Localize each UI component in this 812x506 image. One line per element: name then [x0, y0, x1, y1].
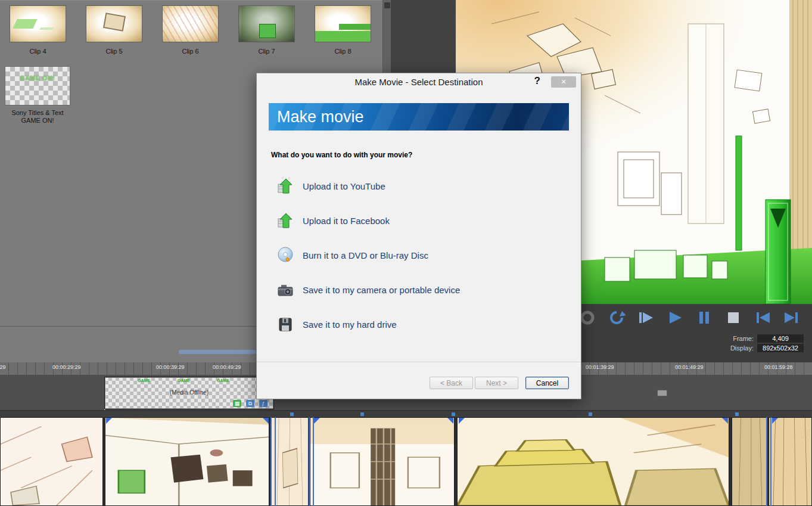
ruler-label: 00:01:49:29 — [675, 364, 704, 370]
play-from-start-icon — [637, 310, 654, 325]
ruler-label: 00:00:49:29 — [213, 364, 241, 370]
keyframe-strip — [0, 410, 812, 417]
back-button[interactable]: < Back — [430, 377, 473, 389]
edit-cursor-line[interactable] — [313, 417, 314, 506]
clip-art — [272, 418, 308, 505]
fade-handle[interactable] — [314, 418, 320, 424]
option-burn-dvd[interactable]: Burn it to a DVD or Blu-ray Disc — [257, 238, 581, 272]
fade-handle[interactable] — [263, 418, 269, 424]
go-to-start-button[interactable] — [752, 309, 773, 327]
dialog-titlebar[interactable]: Make Movie - Select Destination ? ✕ — [257, 73, 581, 91]
keyframe-tick[interactable] — [735, 412, 739, 416]
cancel-button[interactable]: Cancel — [525, 377, 569, 389]
next-button[interactable]: Next > — [475, 377, 518, 389]
go-to-start-icon — [754, 310, 771, 325]
keyframe-tick[interactable] — [452, 412, 455, 416]
record-icon — [580, 310, 595, 325]
ruler-label: 00:00:29:29 — [52, 364, 81, 370]
option-label: Save it to my hard drive — [303, 319, 397, 330]
camera-icon — [276, 281, 294, 299]
generated-media-icon[interactable]: ▦ — [233, 400, 241, 407]
clip-thumbnail[interactable] — [315, 5, 371, 42]
option-label: Upload it to Facebook — [303, 216, 390, 226]
clip-art — [105, 418, 269, 505]
ruler-label: 00:01:39:29 — [586, 364, 614, 370]
offline-title-clip[interactable]: GAME GAME GAME (Media Offline) ▦ ⧉ ƒ — [104, 377, 274, 409]
panel-grip-icon — [384, 2, 390, 8]
dialog-button-row: < Back Next > Cancel — [430, 377, 569, 389]
generated-media-label: Sony Titles & Text GAME ON! — [1, 109, 74, 125]
clip-label: Clip 8 — [314, 48, 372, 55]
timeline-video-clip[interactable] — [105, 417, 269, 506]
fade-handle[interactable] — [722, 418, 728, 424]
generated-media-thumb-text: GAME ON! — [5, 75, 70, 82]
banner-title: Make movie — [269, 103, 569, 131]
clip-text-preview: GAME — [178, 378, 190, 383]
edit-cursor-line[interactable] — [770, 417, 771, 506]
keyframe-tick[interactable] — [589, 412, 592, 416]
timeline-marker-icon[interactable] — [657, 390, 667, 396]
option-upload-youtube[interactable]: Upload it to YouTube — [257, 169, 581, 203]
fade-handle[interactable] — [106, 418, 112, 424]
timeline-video-clip[interactable] — [0, 417, 103, 506]
make-movie-dialog: Make Movie - Select Destination ? ✕ Make… — [256, 73, 581, 399]
timeline-video-clip[interactable] — [769, 417, 812, 506]
edit-cursor-line[interactable] — [270, 417, 272, 506]
hard-drive-icon — [276, 315, 294, 333]
display-label: Display: — [730, 344, 754, 352]
generated-media-thumbnail[interactable]: GAME ON! — [5, 66, 70, 105]
play-icon — [667, 310, 683, 325]
clip-art — [769, 418, 811, 505]
stop-button[interactable] — [723, 309, 744, 327]
clip-text-preview: GAME — [217, 378, 229, 383]
media-offline-text: (Media Offline) — [105, 389, 273, 396]
fade-handle[interactable] — [772, 418, 778, 424]
keyframe-tick[interactable] — [360, 412, 364, 416]
dialog-separator — [257, 362, 581, 363]
option-label: Save it to my camera or portable device — [303, 285, 460, 295]
go-to-end-icon — [783, 310, 800, 325]
clip-thumbnail[interactable] — [86, 5, 142, 42]
frame-info: Frame: 4,409 — [733, 334, 804, 343]
timeline-video-clip[interactable] — [457, 417, 729, 506]
video-editor-app: Clip 4 Clip 5 Clip 6 Clip 7 Clip 8 GAME … — [0, 0, 812, 506]
stop-icon — [727, 310, 740, 325]
timeline-video-clip[interactable] — [310, 417, 455, 506]
clip-thumbnail[interactable] — [10, 5, 66, 42]
loop-playback-button[interactable] — [606, 309, 627, 327]
option-upload-facebook[interactable]: Upload it to Facebook — [257, 203, 581, 238]
clip-thumbnail[interactable] — [238, 5, 295, 42]
upload-arrow-icon — [276, 212, 294, 229]
crop-icon[interactable]: ⧉ — [246, 400, 254, 407]
timeline-horizontal-scrollbar[interactable] — [179, 350, 256, 354]
display-info: Display: 892x502x32 — [730, 344, 804, 352]
play-button[interactable] — [664, 309, 686, 327]
edit-cursor-line[interactable] — [309, 417, 310, 506]
clip-label: Clip 6 — [161, 48, 219, 55]
edit-cursor-line[interactable] — [275, 417, 276, 506]
clip-thumbnail[interactable] — [162, 5, 219, 42]
clip-art — [458, 418, 729, 505]
go-to-end-button[interactable] — [781, 309, 802, 327]
timeline-video-clip[interactable] — [732, 417, 767, 506]
timeline-video-clip[interactable] — [271, 417, 309, 506]
play-from-start-button[interactable] — [635, 309, 657, 327]
dialog-banner: Make movie — [269, 103, 569, 131]
option-save-camera[interactable]: Save it to my camera or portable device — [257, 272, 581, 307]
keyframe-tick[interactable] — [290, 412, 294, 416]
option-label: Upload it to YouTube — [303, 181, 385, 191]
dialog-title: Make Movie - Select Destination — [257, 73, 581, 91]
fade-handle[interactable] — [447, 418, 453, 424]
display-value: 892x502x32 — [757, 344, 804, 352]
video-track — [0, 417, 812, 506]
option-save-hard-drive[interactable]: Save it to my hard drive — [257, 307, 581, 342]
event-fx-icon[interactable]: ƒ — [259, 400, 267, 407]
pause-icon — [698, 310, 711, 325]
pause-button[interactable] — [693, 309, 715, 327]
close-button[interactable]: ✕ — [551, 76, 576, 88]
option-label: Burn it to a DVD or Blu-ray Disc — [303, 250, 428, 260]
edit-cursor-line[interactable] — [766, 417, 767, 506]
fade-handle[interactable] — [459, 418, 465, 424]
help-button[interactable]: ? — [534, 75, 540, 87]
clip-label: Clip 5 — [85, 48, 143, 55]
